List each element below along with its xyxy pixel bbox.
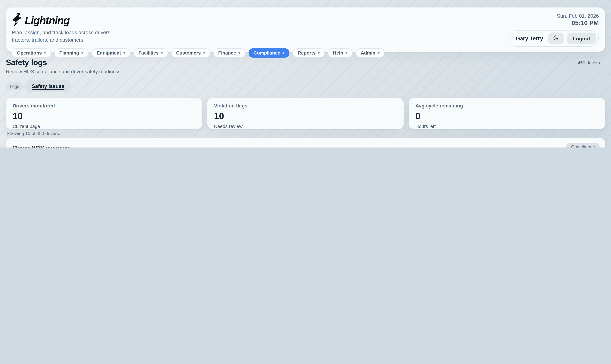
chevron-down-icon: ▾ xyxy=(81,51,83,55)
table-card: Driver HOS overview Compliance Rows 10 ⌄… xyxy=(6,138,605,147)
drivers-count-badge: 450 drivers xyxy=(573,59,605,67)
main-nav: Operations▾Planning▾Equipment▾Facilities… xyxy=(12,48,385,58)
header-card: Lightning Plan, assign, and track loads … xyxy=(6,7,605,52)
stat-card: Violation flags10Needs review xyxy=(207,98,404,129)
nav-item-label: Reports xyxy=(298,50,315,56)
tab-logs[interactable]: Logs xyxy=(6,82,23,90)
view-tabs: Logs Safety issues xyxy=(6,80,605,92)
nav-item-operations[interactable]: Operations▾ xyxy=(12,48,51,58)
chevron-down-icon: ▾ xyxy=(346,51,347,55)
stat-value: 10 xyxy=(214,111,397,122)
showing-text: Showing 10 of 450 drivers. xyxy=(7,131,605,136)
stat-label: Violation flags xyxy=(214,103,397,109)
nav-item-label: Facilities xyxy=(138,50,159,56)
tab-safety-issues[interactable]: Safety issues xyxy=(26,80,71,92)
chevron-down-icon: ▾ xyxy=(203,51,205,55)
dark-mode-toggle[interactable] xyxy=(548,33,564,44)
chevron-down-icon: ▾ xyxy=(44,51,46,55)
nav-item-label: Operations xyxy=(17,50,42,56)
stat-card: Drivers monitored10Current page xyxy=(6,98,202,129)
nav-item-facilities[interactable]: Facilities▾ xyxy=(133,48,168,58)
nav-item-label: Planning xyxy=(59,50,79,56)
moon-icon xyxy=(553,35,559,42)
stat-sub: Hours left xyxy=(415,124,598,129)
nav-item-label: Finance xyxy=(218,50,236,56)
page-subtitle: Review HOS compliance and driver safety … xyxy=(6,69,605,75)
chevron-down-icon: ▾ xyxy=(238,51,240,55)
nav-item-help[interactable]: Help▾ xyxy=(328,48,353,58)
stat-value: 10 xyxy=(13,111,196,122)
nav-item-finance[interactable]: Finance▾ xyxy=(213,48,245,58)
brand: Lightning xyxy=(12,13,385,28)
chevron-down-icon: ▾ xyxy=(283,51,284,55)
header-right: Sun, Feb 01, 2026 05:10 PM Gary Terry Lo… xyxy=(509,13,599,46)
page-title: Safety logs xyxy=(6,58,605,67)
stat-cards: Drivers monitored10Current pageViolation… xyxy=(6,98,605,129)
page-head: Safety logs Review HOS compliance and dr… xyxy=(6,58,605,92)
nav-item-label: Compliance xyxy=(254,50,280,56)
chevron-down-icon: ▾ xyxy=(123,51,125,55)
nav-item-planning[interactable]: Planning▾ xyxy=(54,48,88,58)
lightning-bolt-icon xyxy=(12,13,22,28)
nav-item-admin[interactable]: Admin▾ xyxy=(356,48,385,58)
compliance-badge: Compliance xyxy=(566,143,599,147)
table-title: Driver HOS overview xyxy=(13,144,600,147)
brand-name: Lightning xyxy=(25,14,69,26)
nav-item-label: Equipment xyxy=(96,50,121,56)
nav-item-label: Admin xyxy=(361,50,375,56)
nav-item-label: Help xyxy=(333,50,343,56)
safety-logs-page: Lightning Plan, assign, and track loads … xyxy=(0,0,611,147)
app-tagline: Plan, assign, and track loads across dri… xyxy=(12,29,123,44)
current-time: 05:10 PM xyxy=(571,20,599,26)
chevron-down-icon: ▾ xyxy=(378,51,380,55)
stat-sub: Current page xyxy=(13,124,196,129)
stat-sub: Needs review xyxy=(214,124,397,129)
header-left: Lightning Plan, assign, and track loads … xyxy=(12,13,385,46)
nav-item-compliance[interactable]: Compliance▾ xyxy=(248,48,289,58)
current-date: Sun, Feb 01, 2026 xyxy=(557,13,599,19)
user-pill: Gary Terry Logout xyxy=(509,30,599,47)
nav-item-customers[interactable]: Customers▾ xyxy=(171,48,210,58)
stat-label: Drivers monitored xyxy=(13,103,196,109)
nav-item-reports[interactable]: Reports▾ xyxy=(293,48,325,58)
stat-value: 0 xyxy=(415,111,598,122)
chevron-down-icon: ▾ xyxy=(318,51,320,55)
chevron-down-icon: ▾ xyxy=(161,51,163,55)
stat-card: Avg cycle remaining0Hours left xyxy=(409,98,605,129)
nav-item-equipment[interactable]: Equipment▾ xyxy=(92,48,130,58)
logout-button[interactable]: Logout xyxy=(567,33,596,44)
nav-item-label: Customers xyxy=(176,50,201,56)
user-name: Gary Terry xyxy=(516,35,543,41)
stat-label: Avg cycle remaining xyxy=(415,103,598,109)
